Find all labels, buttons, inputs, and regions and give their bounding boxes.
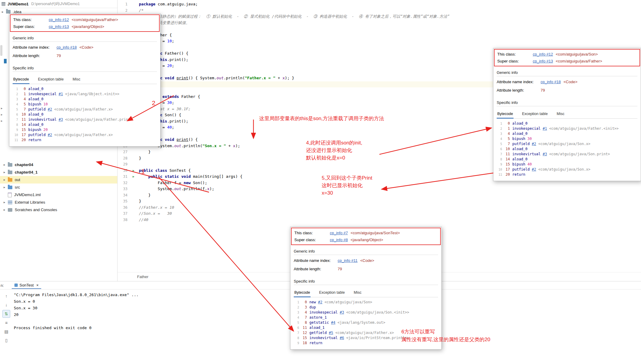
tab-bytecode[interactable]: Bytecode <box>13 76 29 84</box>
bytecode-row[interactable]: 10aload_0 <box>495 121 639 126</box>
code-line[interactable]: 34 } <box>117 192 641 199</box>
tab-exception-table[interactable]: Exception table <box>318 289 345 297</box>
code-line[interactable]: 38//40 <box>117 217 641 223</box>
scrollbar-thumb[interactable] <box>0 45 2 56</box>
tab-bytecode[interactable]: Bytecode <box>497 111 514 119</box>
expand-chevron-icon[interactable]: ▸ <box>2 10 6 14</box>
tree-item-external-libraries[interactable]: ▸External Libraries <box>0 199 117 206</box>
scroll-to-bottom-icon[interactable]: ↓ <box>3 301 10 308</box>
expand-chevron-icon[interactable]: ▸ <box>4 178 8 182</box>
run-marker-icon[interactable]: ▶ <box>133 174 134 180</box>
bytecode-row[interactable]: 34aload_0 <box>495 131 639 136</box>
constant-link[interactable]: #2 <box>48 107 52 112</box>
bytecode-row[interactable]: 1017putfield#2<com/atguigu/java/Son.x> <box>495 167 639 172</box>
bytecode-row[interactable]: 1120return <box>495 172 639 177</box>
cp-info-link[interactable]: cp_info #8 <box>330 238 348 242</box>
collapsed-chevron-icon[interactable]: ▸ <box>1 113 3 117</box>
bytecode-row[interactable]: 1120return <box>11 138 159 143</box>
code-line[interactable]: 1package com.atguigu.java; <box>117 1 641 8</box>
constant-link[interactable]: #1 <box>59 92 63 97</box>
code-line[interactable]: 7 int x = 10; <box>117 38 641 44</box>
cp-info-link[interactable]: cp_info #11 <box>338 258 357 263</box>
code-line[interactable]: 37//Son.x = 30 <box>117 211 641 217</box>
cp-info-link[interactable]: cp_info #12 <box>533 52 553 56</box>
tab-exception-table[interactable]: Exception table <box>37 76 64 84</box>
collapsed-chevron-icon[interactable]: ▸ <box>1 119 3 123</box>
tree-item-chapter04-1[interactable]: ▸chapter04_1 <box>0 168 117 176</box>
cp-info-link[interactable]: cp_info #13 <box>533 59 553 63</box>
bytecode-row[interactable]: 10new#2<com/atguigu/java/Son> <box>292 300 440 305</box>
code-line[interactable]: 3成员变量（非静态的）的赋值过程： ① 默认初始化 - ② 显式初始化 /代码块… <box>117 14 641 20</box>
tree-item-out[interactable]: ▸out <box>0 176 117 184</box>
constant-link[interactable]: #2 <box>532 141 536 147</box>
constant-link[interactable]: #6 <box>340 335 344 341</box>
bytecode-row[interactable]: 610aload_0 <box>11 112 159 117</box>
code-line[interactable]: 4的方式对成员变量进行赋值。 <box>117 20 641 26</box>
cp-info-link[interactable]: cp_info #18 <box>541 80 561 84</box>
bytecode-row[interactable]: 45bipush10 <box>11 102 159 107</box>
tree-item-chapter04[interactable]: ▸chapter04 <box>0 161 117 168</box>
bytecode-row[interactable]: 45bipush30 <box>495 136 639 141</box>
scroll-to-top-icon[interactable]: ↑ <box>3 293 10 300</box>
bytecode-row[interactable]: 610aload_0 <box>495 147 639 152</box>
tab-bytecode[interactable]: Bytecode <box>294 289 311 297</box>
bytecode-row[interactable]: 814aload_0 <box>495 157 639 162</box>
cp-info-link[interactable]: cp_info #18 <box>57 45 77 50</box>
code-line[interactable]: 6↓class Father { <box>117 32 641 38</box>
run-tab-sontest[interactable]: SonTest × <box>12 282 41 289</box>
constant-link[interactable]: #4 <box>331 320 335 325</box>
constant-link[interactable]: #2 <box>318 300 322 305</box>
code-line[interactable]: 36//Father.x = 10 <box>117 205 641 211</box>
cp-info-link[interactable]: cp_info #13 <box>49 24 69 29</box>
clear-all-icon[interactable]: ▯ <box>3 337 10 344</box>
code-line[interactable]: 33 System.out.println(f.x); <box>117 186 641 192</box>
expand-chevron-icon[interactable]: ▸ <box>4 163 8 167</box>
print-icon[interactable]: ▤ <box>3 328 10 335</box>
bytecode-row[interactable]: 1017putfield#2<com/atguigu/java/Father.x… <box>11 132 159 138</box>
bytecode-row[interactable]: 21invokespecial#1<java/lang/Object.<init… <box>11 92 159 97</box>
cp-info-link[interactable]: cp_info #7 <box>330 231 348 235</box>
tab-exception-table[interactable]: Exception table <box>521 111 548 118</box>
expand-chevron-icon[interactable]: ▸ <box>4 170 8 174</box>
bytecode-row[interactable]: 34aload_0 <box>11 97 159 102</box>
bytecode-row[interactable]: 47astore_1 <box>292 315 440 320</box>
expand-chevron-icon[interactable]: ▸ <box>4 200 8 204</box>
constant-link[interactable]: #3 <box>543 152 547 157</box>
bytecode-row[interactable]: 711invokevirtual#3<com/atguigu/java/Fath… <box>11 117 159 122</box>
bytecode-row[interactable]: 23dup <box>292 305 440 310</box>
code-line[interactable]: 2/* <box>117 8 641 14</box>
constant-link[interactable]: #5 <box>329 330 333 335</box>
cp-info-link[interactable]: cp_info #12 <box>49 17 69 22</box>
bytecode-row[interactable]: 711invokevirtual#3<com/atguigu/java/Son.… <box>495 152 639 157</box>
constant-link[interactable]: #3 <box>340 310 344 315</box>
bytecode-row[interactable]: 57putfield#2<com/atguigu/java/Father.x> <box>11 107 159 112</box>
bytecode-row[interactable]: 21invokespecial#1<com/atguigu/java/Fathe… <box>495 126 639 131</box>
constant-link[interactable]: #1 <box>543 126 547 131</box>
tree-item-jvmdemo1-iml[interactable]: JVMDemo1.iml <box>0 191 117 199</box>
tree-item-scratches-and-consoles[interactable]: ▸Scratches and Consoles <box>0 206 117 214</box>
bytecode-row[interactable]: 58getstatic#4<java/lang/System.out> <box>292 320 440 325</box>
bytecode-row[interactable]: 814aload_0 <box>11 122 159 127</box>
code-line[interactable]: 5 */ <box>117 26 641 32</box>
tree-item-src[interactable]: ▸src <box>0 184 117 191</box>
breadcrumb-item[interactable]: Father <box>137 275 149 279</box>
expand-chevron-icon[interactable]: ▸ <box>4 208 8 212</box>
bytecode-row[interactable]: 57putfield#2<com/atguigu/java/Son.x> <box>495 141 639 147</box>
code-line[interactable]: 35} <box>117 198 641 205</box>
bytecode-row[interactable]: 915bipush40 <box>495 162 639 167</box>
scroll-to-end-icon[interactable]: ≡ <box>3 319 10 326</box>
tab-misc[interactable]: Misc <box>353 289 362 297</box>
tab-misc[interactable]: Misc <box>72 76 81 84</box>
collapsed-chevron-icon[interactable]: ▸ <box>1 106 3 110</box>
run-marker-icon[interactable]: ▶ <box>133 168 134 174</box>
constant-link[interactable]: #2 <box>532 167 536 172</box>
expand-chevron-icon[interactable]: ▸ <box>4 185 8 189</box>
constant-link[interactable]: #2 <box>48 132 52 138</box>
constant-link[interactable]: #3 <box>59 117 63 122</box>
bytecode-row[interactable]: 34invokespecial#3<com/atguigu/java/Son.<… <box>292 310 440 315</box>
close-tab-icon[interactable]: × <box>36 283 39 287</box>
soft-wrap-icon[interactable]: ⇅ <box>2 310 10 318</box>
bytecode-row[interactable]: 915bipush20 <box>11 127 159 132</box>
bytecode-row[interactable]: 10aload_0 <box>11 86 159 92</box>
tab-misc[interactable]: Misc <box>556 111 565 118</box>
